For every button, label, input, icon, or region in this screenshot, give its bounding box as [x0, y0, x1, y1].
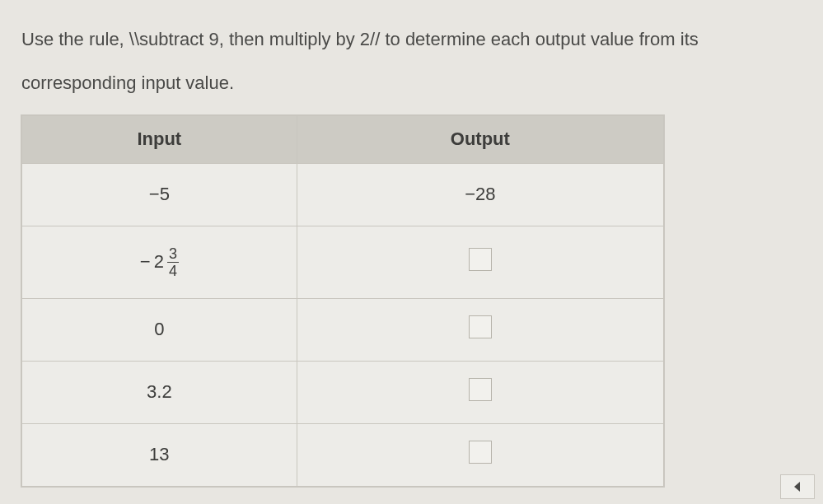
fraction-stack: 3 4 [167, 246, 179, 278]
table-row: 13 [22, 423, 664, 486]
svg-marker-0 [794, 482, 800, 492]
table-row: −2 3 4 [22, 226, 664, 298]
output-cell [297, 298, 663, 361]
output-cell [297, 226, 663, 298]
previous-button[interactable] [780, 474, 815, 499]
instruction-line-1: Use the rule, \\subtract 9, then multipl… [21, 29, 699, 49]
worksheet-page: Use the rule, \\subtract 9, then multipl… [0, 0, 823, 487]
table-row: −5 −28 [22, 163, 664, 226]
fraction-denominator: 4 [167, 262, 179, 278]
answer-input-box[interactable] [469, 441, 492, 464]
answer-input-box[interactable] [469, 315, 492, 338]
output-cell: −28 [297, 163, 663, 226]
input-cell: −5 [22, 163, 297, 226]
instruction-line-2: corresponding input value. [21, 72, 234, 93]
fraction-whole: 2 [154, 251, 164, 273]
answer-input-box[interactable] [469, 248, 492, 271]
mixed-fraction: −2 3 4 [140, 246, 179, 278]
instruction-text: Use the rule, \\subtract 9, then multipl… [21, 18, 802, 105]
io-table: Input Output −5 −28 −2 3 4 [21, 115, 664, 487]
table-row: 0 [22, 298, 664, 361]
fraction-numerator: 3 [167, 246, 179, 262]
answer-input-box[interactable] [469, 378, 492, 401]
table-row: 3.2 [22, 361, 664, 423]
input-cell: −2 3 4 [22, 226, 297, 298]
header-output: Output [297, 115, 663, 163]
chevron-left-icon [792, 481, 803, 492]
fraction-sign: − [140, 251, 151, 273]
output-cell [297, 361, 663, 423]
input-cell: 0 [22, 298, 297, 361]
output-cell [297, 423, 663, 486]
header-input: Input [22, 115, 297, 163]
input-cell: 13 [22, 423, 297, 486]
input-cell: 3.2 [22, 361, 297, 423]
